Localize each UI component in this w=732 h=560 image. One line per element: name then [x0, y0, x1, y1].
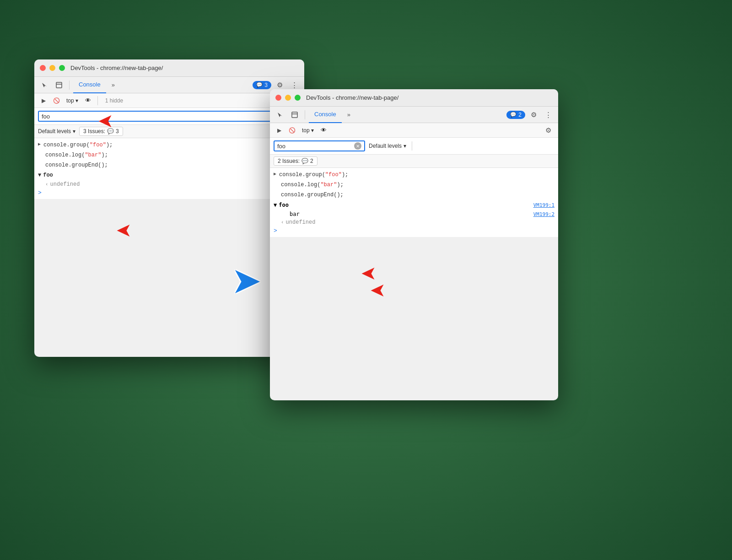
group-result-right[interactable]: ▼ foo VM199:1	[270, 200, 558, 210]
maximize-button-left[interactable]	[59, 65, 65, 71]
result-arrow-right: ▼	[274, 202, 277, 208]
top-arrow-right: ▾	[311, 127, 314, 134]
result-arrow-left: ▼	[38, 172, 41, 178]
code-line-2-right: console.log("bar");	[270, 180, 558, 190]
svg-rect-2	[292, 112, 297, 118]
badge-right[interactable]: 💬 2	[506, 111, 525, 119]
group-header-left[interactable]: ▶ console.group("foo");	[34, 140, 304, 150]
group-name-right: foo	[279, 202, 289, 208]
top-label-left: top	[66, 97, 74, 104]
issues-count-left: 3	[116, 128, 119, 135]
titlebar-right: DevTools - chrome://new-tab-page/	[270, 89, 558, 107]
red-arrow-bar-right: ➤	[371, 282, 384, 299]
levels-arrow-right: ▾	[404, 143, 406, 149]
bar-entry-right: bar VM199:2	[270, 210, 558, 218]
window-title-left: DevTools - chrome://new-tab-page/	[70, 65, 163, 71]
panel-icon-left[interactable]	[53, 79, 65, 92]
search-input-wrapper-left[interactable]: ✕	[38, 111, 301, 122]
undefined-text-right: undefined	[286, 219, 316, 226]
search-bar-left: ✕	[34, 108, 304, 125]
prompt-left[interactable]: >	[34, 188, 304, 197]
issues-label-right: 2 Issues:	[278, 158, 300, 164]
issues-count-right: 2	[310, 158, 313, 164]
devtools-window-left: DevTools - chrome://new-tab-page/ Consol…	[34, 59, 304, 357]
red-arrow-group-left: ➤	[117, 222, 130, 239]
panel-icon-right[interactable]	[288, 108, 301, 121]
titlebar-left: DevTools - chrome://new-tab-page/	[34, 59, 304, 77]
undefined-right: ‹ undefined	[270, 218, 558, 226]
undefined-text-left: undefined	[50, 181, 80, 188]
issues-bar-right: 2 Issues: 💬 2	[270, 155, 558, 168]
play-icon-right[interactable]: ▶	[274, 125, 285, 136]
eye-icon-left[interactable]: 👁	[83, 95, 94, 106]
levels-label-left: Default levels	[38, 128, 71, 135]
group-result-left[interactable]: ▼ foo VM111	[34, 170, 304, 180]
expand-arrow-left: ▶	[38, 141, 41, 148]
badge-icon-left: 💬	[256, 82, 263, 88]
devtools-window-right: DevTools - chrome://new-tab-page/ Consol…	[270, 89, 558, 400]
cursor-icon-left[interactable]	[38, 79, 51, 92]
top-arrow-left: ▾	[75, 97, 78, 104]
prompt-right[interactable]: >	[270, 226, 558, 235]
toolbar-divider-right	[305, 110, 305, 119]
console-output-right: ▶ console.group("foo"); console.log("bar…	[270, 168, 558, 237]
sub-gear-right[interactable]: ⚙	[542, 124, 554, 137]
search-input-left[interactable]	[42, 113, 290, 120]
group-header-right[interactable]: ▶ console.group("foo");	[270, 170, 558, 180]
tab-more-right[interactable]: »	[344, 107, 354, 123]
bar-text-right: bar	[290, 211, 300, 217]
toolbar-divider-left	[69, 81, 70, 90]
block-icon-right[interactable]: 🚫	[286, 125, 297, 136]
console-output-left: ▶ console.group("foo"); console.log("bar…	[34, 138, 304, 199]
main-toolbar-left: Console » 💬 3 ⚙ ⋮	[34, 77, 304, 93]
code-line-3-left: console.groupEnd();	[34, 160, 304, 170]
issues-badge-right[interactable]: 2 Issues: 💬 2	[274, 156, 318, 166]
dots-icon-right[interactable]: ⋮	[542, 108, 554, 121]
tab-console-left[interactable]: Console	[73, 77, 106, 93]
levels-dropdown-left[interactable]: Default levels ▾	[38, 128, 75, 135]
vm-link1-right[interactable]: VM199:1	[533, 202, 554, 208]
hidden-label-left: 1 hidde	[105, 97, 123, 104]
issues-icon-right: 💬	[301, 158, 308, 164]
svg-rect-0	[56, 82, 62, 88]
maximize-button-right[interactable]	[295, 95, 301, 101]
console-toolbar-right: ▶ 🚫 top ▾ 👁 ⚙	[270, 123, 558, 138]
top-dropdown-right[interactable]: top ▾	[299, 126, 317, 135]
expand-arrow-right: ▶	[274, 171, 276, 178]
tab-more-left[interactable]: »	[108, 77, 118, 93]
minimize-button-left[interactable]	[49, 65, 55, 71]
group-name-left: foo	[43, 172, 53, 178]
levels-label-right: Default levels	[369, 143, 402, 149]
play-icon-left[interactable]: ▶	[38, 95, 49, 106]
cursor-icon-right[interactable]	[274, 108, 286, 121]
code-line-2-left: console.log("bar");	[34, 150, 304, 160]
badge-icon-right: 💬	[510, 112, 517, 118]
top-dropdown-left[interactable]: top ▾	[64, 97, 81, 105]
close-button-left[interactable]	[40, 65, 46, 71]
issues-label-left: 3 Issues:	[83, 128, 105, 135]
levels-bar-left: Default levels ▾ 3 Issues: 💬 3	[34, 125, 304, 138]
main-toolbar-right: Console » 💬 2 ⚙ ⋮	[270, 107, 558, 123]
code-line-3-right: console.groupEnd();	[270, 190, 558, 200]
window-controls-left	[40, 65, 65, 71]
levels-dropdown-right[interactable]: Default levels ▾	[369, 143, 406, 149]
window-controls-right	[275, 95, 301, 101]
tab-console-right[interactable]: Console	[309, 107, 342, 123]
search-clear-right[interactable]: ✕	[354, 142, 361, 150]
close-button-right[interactable]	[275, 95, 281, 101]
gear-icon-right[interactable]: ⚙	[527, 108, 540, 121]
search-input-right[interactable]	[277, 143, 354, 150]
issues-badge-left[interactable]: 3 Issues: 💬 3	[79, 127, 123, 136]
issues-icon-left: 💬	[107, 128, 114, 135]
badge-count-left: 3	[264, 82, 268, 88]
search-input-wrapper-right[interactable]: ✕	[274, 140, 365, 151]
vm-link2-right[interactable]: VM199:2	[533, 211, 554, 217]
search-bar-right: ✕ Default levels ▾	[270, 138, 558, 155]
badge-left[interactable]: 💬 3	[253, 81, 271, 89]
eye-icon-right[interactable]: 👁	[318, 125, 329, 136]
badge-count-right: 2	[518, 112, 522, 118]
minimize-button-right[interactable]	[285, 95, 291, 101]
block-icon-left[interactable]: 🚫	[51, 95, 62, 106]
top-label-right: top	[302, 127, 310, 134]
sub-divider-left	[97, 96, 98, 105]
